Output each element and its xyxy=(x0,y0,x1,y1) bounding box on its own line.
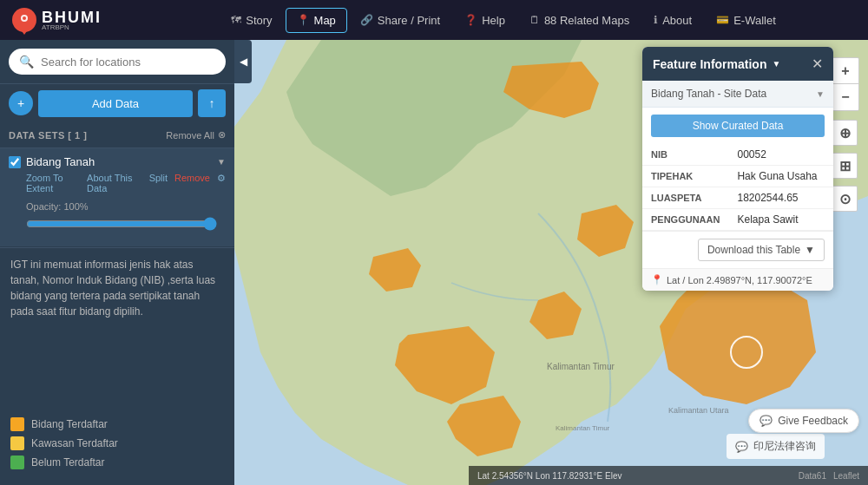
tools-button[interactable]: ⊙ xyxy=(832,186,858,212)
nav-about-label: About xyxy=(662,14,692,27)
search-input[interactable] xyxy=(41,56,215,69)
add-data-row: + Add Data ↑ xyxy=(0,84,234,122)
pin-icon: 📍 xyxy=(651,274,663,285)
zoom-out-button[interactable]: − xyxy=(832,84,858,110)
legend-color-1 xyxy=(10,436,24,450)
about-data-btn[interactable]: About This Data xyxy=(87,173,142,193)
legend-item-0: Bidang Terdaftar xyxy=(10,417,224,431)
zoom-controls: + − xyxy=(832,57,859,111)
sidebar-search-area: 🔍 xyxy=(0,40,234,84)
map-controls: + − ⊕ ⊞ ⊙ xyxy=(832,57,859,212)
nav-help-label: Help xyxy=(482,14,505,27)
split-btn[interactable]: Split xyxy=(149,173,168,193)
feature-table: NIB 00052 TIPEHAK Hak Guna Usaha LUASPET… xyxy=(642,144,833,231)
field-value-tipehak: Hak Guna Usaha xyxy=(728,166,833,187)
ewallet-icon: 💳 xyxy=(716,14,729,26)
app-logo: BHUMI ATRBPN xyxy=(0,8,139,32)
nav-story[interactable]: 🗺 Story xyxy=(220,8,283,33)
source-dropdown-icon[interactable]: ▼ xyxy=(816,89,825,99)
opacity-row: Opacity: 100% xyxy=(9,196,226,239)
table-row-luaspeta: LUASPETA 18202544.65 xyxy=(642,187,833,209)
feedback-button[interactable]: 💬 Give Feedback xyxy=(748,409,859,433)
feedback-icon: 💬 xyxy=(760,415,773,427)
nav-share[interactable]: 🔗 Share / Print xyxy=(349,8,451,33)
share-icon: 🔗 xyxy=(360,14,373,26)
dataset-name: Bidang Tanah xyxy=(26,155,212,168)
search-box: 🔍 xyxy=(9,49,226,75)
nav-ewallet[interactable]: 💳 E-Wallet xyxy=(705,8,787,33)
datasets-title: DATA SETS [ 1 ] xyxy=(9,130,87,141)
nav-story-label: Story xyxy=(246,14,272,27)
sidebar: 🔍 + Add Data ↑ DATA SETS [ 1 ] Remove Al… xyxy=(0,40,234,485)
feature-panel: Feature Information ▼ ✕ Bidang Tanah - S… xyxy=(642,47,833,291)
feature-panel-title: Feature Information xyxy=(653,57,766,71)
attribution: Data61 Leaflet xyxy=(799,471,859,481)
field-key-luaspeta: LUASPETA xyxy=(642,187,728,209)
dataset-expand-icon[interactable]: ▼ xyxy=(217,157,226,167)
dataset-item: Bidang Tanah ▼ Zoom To Extent About This… xyxy=(0,148,234,247)
field-key-penggunaan: PENGGUNAAN xyxy=(642,209,728,231)
feature-panel-dropdown-icon[interactable]: ▼ xyxy=(772,59,780,69)
map-icon: 📍 xyxy=(297,14,310,26)
legend-item-1: Kawasan Terdaftar xyxy=(10,436,224,450)
table-row-nib: NIB 00052 xyxy=(642,144,833,166)
nav-map-label: Map xyxy=(314,14,336,27)
download-table-button[interactable]: Download this Table ▼ xyxy=(698,239,825,261)
map-area[interactable]: Kalimantan Timur Kalimantan Utara Kalima… xyxy=(234,40,868,485)
settings-icon[interactable]: ⚙ xyxy=(217,173,226,193)
show-curated-button[interactable]: Show Curated Data xyxy=(651,115,825,137)
nav-map[interactable]: 📍 Map xyxy=(286,8,347,33)
svg-point-1 xyxy=(23,16,26,20)
upload-button[interactable]: ↑ xyxy=(198,89,226,117)
logo-text-group: BHUMI ATRBPN xyxy=(42,9,102,31)
remove-all-label: Remove All xyxy=(166,130,214,141)
download-arrow-icon: ▼ xyxy=(805,244,815,256)
layers-button[interactable]: ⊞ xyxy=(832,153,858,179)
datasets-header: DATA SETS [ 1 ] Remove All ⊗ xyxy=(0,122,234,148)
attribution-data61: Data61 xyxy=(799,471,826,481)
feature-panel-source-text: Bidang Tanah - Site Data xyxy=(651,88,766,100)
remove-all-icon: ⊗ xyxy=(218,129,226,141)
legend-color-2 xyxy=(10,456,24,469)
legend-color-0 xyxy=(10,417,24,431)
nav-about[interactable]: ℹ About xyxy=(642,8,703,33)
dataset-checkbox[interactable] xyxy=(9,156,21,168)
locate-button[interactable]: ⊕ xyxy=(832,120,858,146)
about-icon: ℹ xyxy=(654,14,658,26)
remove-btn[interactable]: Remove xyxy=(174,173,210,193)
nav-related[interactable]: 🗒 88 Related Maps xyxy=(518,8,641,33)
sidebar-description: IGT ini memuat informasi jenis hak atas … xyxy=(0,247,234,410)
feature-panel-title-group: Feature Information ▼ xyxy=(653,57,780,71)
story-icon: 🗺 xyxy=(231,14,241,26)
legend-label-1: Kawasan Terdaftar xyxy=(31,437,118,449)
nav-related-label: 88 Related Maps xyxy=(544,14,629,27)
related-icon: 🗒 xyxy=(529,14,540,26)
field-key-nib: NIB xyxy=(642,144,728,166)
sidebar-toggle-button[interactable]: ◀ xyxy=(234,40,252,83)
legend-label-2: Belum Terdaftar xyxy=(31,456,105,469)
feature-panel-header: Feature Information ▼ ✕ xyxy=(642,47,833,81)
watermark: 💬 印尼法律咨询 xyxy=(727,434,825,459)
top-navigation: BHUMI ATRBPN 🗺 Story 📍 Map 🔗 Share / Pri… xyxy=(0,0,868,40)
add-data-button[interactable]: Add Data xyxy=(38,90,193,117)
feature-panel-source: Bidang Tanah - Site Data ▼ xyxy=(642,81,833,108)
dataset-controls: Zoom To Extent About This Data Split Rem… xyxy=(9,168,226,196)
zoom-extent-btn[interactable]: Zoom To Extent xyxy=(26,173,80,193)
opacity-slider[interactable] xyxy=(26,217,217,231)
add-circle-btn[interactable]: + xyxy=(9,91,33,115)
field-value-nib: 00052 xyxy=(728,144,833,166)
logo-icon xyxy=(12,8,36,32)
attribution-leaflet: Leaflet xyxy=(833,471,859,481)
search-icon: 🔍 xyxy=(19,55,34,69)
nav-help[interactable]: ❓ Help xyxy=(453,8,516,33)
field-value-luaspeta: 18202544.65 xyxy=(728,187,833,209)
field-key-tipehak: TIPEHAK xyxy=(642,166,728,187)
svg-text:Kalimantan Timur: Kalimantan Timur xyxy=(556,424,610,432)
remove-all-button[interactable]: Remove All ⊗ xyxy=(166,129,226,141)
field-value-penggunaan: Kelapa Sawit xyxy=(728,209,833,231)
legend-section: Bidang Terdaftar Kawasan Terdaftar Belum… xyxy=(0,410,234,485)
feature-panel-close-button[interactable]: ✕ xyxy=(812,56,823,72)
table-row-penggunaan: PENGGUNAAN Kelapa Sawit xyxy=(642,209,833,231)
zoom-in-button[interactable]: + xyxy=(832,58,858,84)
watermark-text: 印尼法律咨询 xyxy=(753,439,816,454)
